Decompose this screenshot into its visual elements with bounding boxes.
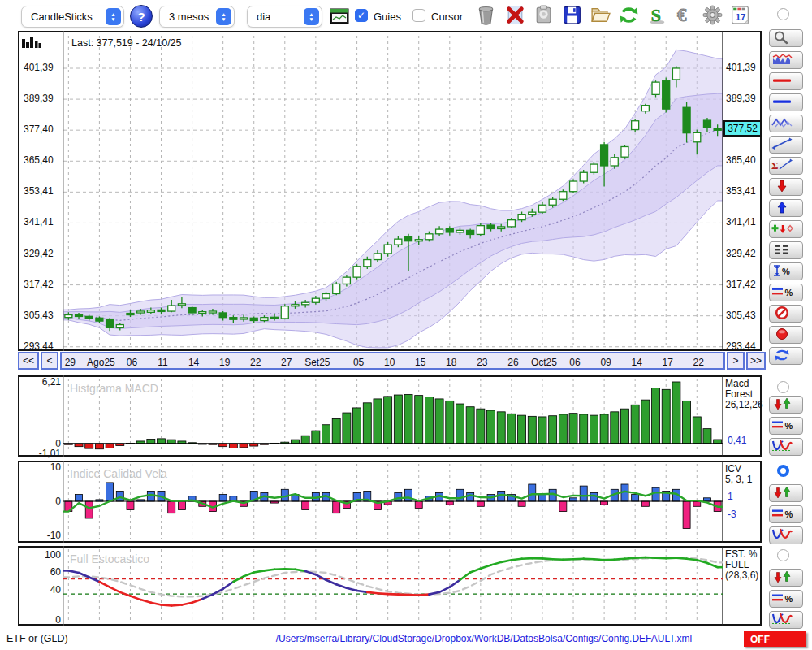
est-title: Full Estocastico (70, 552, 149, 566)
price-axis-label-left: 401,39 (24, 62, 54, 73)
icv-name-label: 5, 3, 1 (725, 474, 752, 485)
nav-date-labels: 29Ago25061114192227Set25051015182326Oct2… (62, 353, 723, 368)
macd-name-label: 26,12,26 (725, 400, 763, 410)
icv-current-value: -3 (728, 509, 736, 520)
icv-axis-label: 10 (27, 462, 61, 473)
panel-select-radio-est[interactable] (777, 549, 789, 561)
price-axis-label-left: 341,41 (24, 216, 54, 228)
nav-date-label: Set25 (299, 353, 336, 371)
icv-axis-label: -10 (27, 530, 61, 541)
price-axis-label-right: 401,39 (726, 62, 756, 73)
svg-text:Σ: Σ (771, 159, 779, 171)
icv-title: Indice Calidad Vela (70, 467, 167, 480)
est-axis-label: 60 (27, 566, 61, 578)
svg-text:%: % (785, 421, 793, 431)
panel-chart-button[interactable] (769, 51, 803, 69)
price-axis-label-left: 365,40 (24, 154, 54, 166)
price-axis-label-left: 377,40 (24, 124, 54, 135)
fast-forward-icon: >> (750, 355, 762, 366)
off-button[interactable]: OFF (744, 631, 806, 647)
record-button[interactable] (769, 326, 803, 344)
panel-select-radio-icv[interactable] (777, 465, 789, 477)
trendline-button[interactable] (769, 136, 803, 154)
nav-ffwd-button[interactable]: >> (746, 352, 766, 370)
panel-select-radio-main[interactable] (777, 8, 789, 20)
svg-text:%: % (785, 594, 793, 604)
svg-text:%: % (782, 266, 790, 276)
arrow-down-red-button[interactable] (769, 178, 803, 196)
macd-axis-label: 6,21 (27, 376, 61, 388)
blue-hline-button[interactable] (769, 93, 803, 111)
red-hline-button[interactable] (769, 72, 803, 90)
macd-lines-percent-button[interactable]: % (769, 417, 803, 435)
macd-title: Histgrama MACD (70, 382, 158, 395)
sum-trendline-button[interactable]: Σ (769, 157, 803, 175)
nav-fwd-button[interactable]: > (727, 352, 745, 370)
price-axis-label-left: 305,43 (24, 310, 54, 321)
forward-icon: > (732, 355, 738, 366)
zoom-button[interactable] (769, 29, 803, 47)
symbol-label: ETF or (GLD) (6, 633, 68, 644)
icv-current-value: 1 (728, 491, 733, 502)
last-price-label: Last: 377,519 - 24/10/25 (71, 37, 182, 49)
refresh-button[interactable] (769, 347, 803, 365)
est-axis-label: 0 (27, 614, 61, 626)
price-axis-label-left: 329,42 (24, 248, 54, 259)
price-axis-label-left: 353,41 (24, 185, 54, 197)
svg-text:%: % (785, 509, 793, 519)
price-axis-label-right: 365,40 (726, 154, 756, 166)
price-axis-label-right: 305,43 (726, 310, 756, 321)
macd-arrows-up-down-button[interactable] (769, 396, 803, 414)
rewind-icon: << (23, 355, 34, 366)
est-lines-percent-button[interactable]: % (769, 590, 803, 608)
nav-date-label: 22 (680, 353, 717, 371)
price-axis-label-right: 329,42 (726, 248, 756, 259)
icv-axis-label: 0 (27, 496, 61, 507)
est-axis-label: 40 (27, 584, 61, 596)
nav-date-bar[interactable]: 29Ago25061114192227Set25051015182326Oct2… (60, 352, 725, 370)
nav-rewind-button[interactable]: << (18, 352, 39, 370)
est-arrows-up-down-button[interactable] (769, 569, 803, 587)
price-axis-label-right: 353,41 (726, 185, 756, 197)
price-axis-label-right: 341,41 (726, 216, 756, 228)
dashed-lines-button[interactable] (769, 241, 803, 259)
zigzag-button[interactable] (769, 115, 803, 132)
bar-chart-icon (22, 37, 43, 48)
price-axis-label-right: 293,44 (726, 340, 756, 352)
price-axis-label-right: 389,39 (726, 93, 756, 104)
vertical-range-percent-button[interactable]: % (769, 262, 803, 280)
lines-percent-button[interactable]: % (769, 284, 803, 301)
est-axis-label: 100 (27, 549, 61, 561)
price-axis-label-left: 317,42 (24, 279, 54, 290)
current-price-badge: 377,52 (723, 120, 762, 136)
svg-text:%: % (785, 288, 793, 297)
config-path-link[interactable]: /Users/mserra/Library/CloudStorage/Dropb… (244, 633, 724, 644)
icv-arrows-up-down-button[interactable] (769, 484, 803, 502)
price-axis-label-left: 389,39 (24, 93, 54, 104)
macd-current-value: 0,41 (728, 435, 746, 446)
macd-curves-button[interactable] (769, 438, 803, 456)
est-curves-button[interactable] (769, 611, 803, 629)
price-axis-label-left: 293,44 (24, 340, 54, 352)
arrow-up-blue-button[interactable] (769, 199, 803, 217)
macd-axis-label: -1,01 (27, 448, 61, 459)
price-axis-label-right: 317,42 (726, 279, 756, 290)
icv-lines-percent-button[interactable]: % (769, 505, 803, 523)
icv-curves-button[interactable] (769, 526, 803, 544)
add-arrow-diamond-button[interactable] (769, 220, 803, 238)
panel-select-radio-macd[interactable] (777, 381, 789, 393)
est-name-label: (28,3,6) (725, 570, 758, 581)
no-entry-button[interactable] (769, 305, 803, 323)
